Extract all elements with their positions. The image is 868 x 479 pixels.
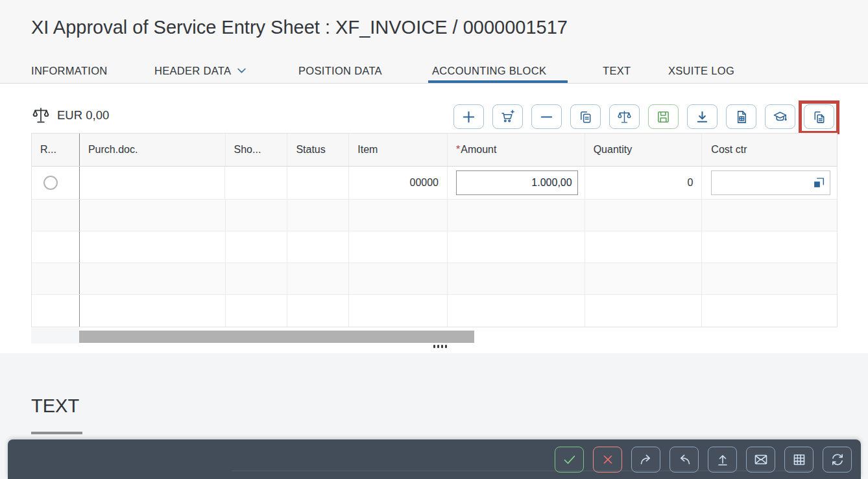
amount-input[interactable]: [456, 170, 578, 195]
add-icon: [461, 110, 476, 124]
balance-total-label: EUR 0,00: [57, 108, 109, 123]
table-row-empty: [32, 295, 837, 327]
undo-button[interactable]: [669, 447, 699, 473]
tab-header-data[interactable]: HEADER DATA: [154, 58, 246, 83]
balance-icon: [617, 110, 632, 124]
column-header-status: Status: [287, 134, 349, 166]
refresh-icon: [830, 452, 845, 467]
remove-icon: [539, 110, 554, 124]
undo-icon: [677, 452, 692, 467]
tab-position-data[interactable]: POSITION DATA: [298, 58, 382, 83]
amount-cell: [448, 167, 585, 199]
remove-button[interactable]: [531, 104, 562, 129]
upload-icon: [715, 452, 730, 467]
reject-icon: [600, 452, 616, 467]
column-header-radio: R...: [32, 134, 80, 166]
table-toolbar: [453, 104, 834, 129]
email-button[interactable]: [746, 447, 775, 473]
tab-information[interactable]: INFORMATION: [31, 58, 108, 83]
cost-ctr-input[interactable]: [712, 171, 812, 194]
scrollbar-thumb[interactable]: [79, 331, 474, 343]
item-cell: 00000: [349, 167, 448, 199]
tab-accounting-block[interactable]: ACCOUNTING BLOCK: [432, 58, 546, 83]
save-icon: [656, 110, 671, 124]
table-row-empty: [32, 263, 837, 295]
tab-text[interactable]: TEXT: [603, 58, 631, 83]
column-header-item: Item: [349, 134, 448, 166]
table-grip-handle[interactable]: [432, 344, 448, 349]
forward-button[interactable]: [631, 447, 660, 473]
approve-icon: [562, 452, 577, 467]
status-cell: [287, 167, 349, 199]
value-help-icon[interactable]: [812, 176, 826, 190]
balance-total: EUR 0,00: [32, 106, 109, 125]
footer-action-bar: [8, 439, 861, 479]
purch-doc-cell: [80, 167, 226, 199]
learning-button[interactable]: [765, 104, 795, 129]
download-button[interactable]: [687, 104, 717, 129]
download-icon: [695, 110, 710, 124]
page-title: XI Approval of Service Entry Sheet : XF_…: [31, 14, 568, 40]
cost-ctr-field: [711, 170, 830, 195]
column-header-purch-doc: Purch.doc.: [80, 134, 226, 166]
page-header: XI Approval of Service Entry Sheet : XF_…: [0, 0, 868, 84]
chevron-down-icon[interactable]: [237, 68, 246, 74]
table-button[interactable]: [784, 447, 814, 473]
add-to-cart-icon: [500, 110, 515, 124]
row-select-radio[interactable]: [43, 176, 58, 190]
balance-button[interactable]: [609, 104, 640, 129]
balance-icon: [32, 106, 49, 125]
footer-buttons: [555, 447, 852, 473]
forward-icon: [638, 452, 654, 467]
refresh-button[interactable]: [823, 447, 852, 473]
quantity-cell: 0: [585, 167, 703, 199]
table-row: 00000 0: [32, 167, 837, 200]
column-header-short: Sho...: [226, 134, 288, 166]
table-header-row: R... Purch.doc. Sho... Status Item * Amo…: [32, 134, 837, 167]
table-icon: [791, 452, 807, 467]
copy-button[interactable]: [570, 104, 601, 129]
cost-ctr-cell: [702, 167, 837, 199]
app-window: XI Approval of Service Entry Sheet : XF_…: [0, 0, 868, 479]
selected-tab-underline: [428, 80, 568, 83]
upload-button[interactable]: [708, 447, 737, 473]
tab-xsuite-log[interactable]: XSUITE LOG: [668, 58, 734, 83]
reject-button[interactable]: [593, 447, 622, 473]
export-table-button[interactable]: [726, 104, 756, 129]
column-header-quantity: Quantity: [585, 134, 703, 166]
column-header-cost-ctr: Cost ctr: [702, 134, 837, 166]
table-row-empty: [32, 231, 837, 263]
email-icon: [753, 452, 769, 467]
learning-icon: [773, 110, 788, 124]
copy-icon: [578, 110, 593, 124]
column-header-amount: * Amount: [448, 134, 585, 166]
add-to-cart-button[interactable]: [492, 104, 523, 129]
horizontal-scrollbar: [31, 328, 838, 344]
short-cell: [225, 167, 287, 199]
required-marker: *: [456, 144, 460, 156]
approve-button[interactable]: [555, 447, 584, 473]
radio-cell: [32, 167, 80, 199]
section-heading-underline: [31, 432, 82, 434]
accounting-table: R... Purch.doc. Sho... Status Item * Amo…: [31, 133, 838, 327]
copy-paste-icon: [812, 110, 826, 124]
save-button[interactable]: [648, 104, 679, 129]
table-row-empty: [32, 200, 837, 231]
export-table-icon: [734, 110, 749, 124]
scrollbar-fixed-corner: [31, 328, 79, 344]
copy-paste-button[interactable]: [804, 104, 834, 129]
section-heading: TEXT: [31, 395, 79, 417]
add-button[interactable]: [453, 104, 484, 129]
